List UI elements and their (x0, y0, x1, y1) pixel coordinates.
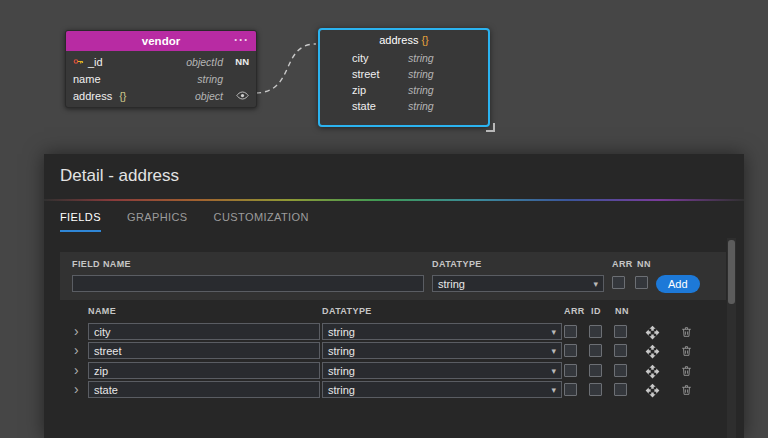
panel-scrollbar[interactable] (727, 238, 736, 438)
delete-row-icon[interactable] (678, 324, 694, 340)
tab-customization[interactable]: CUSTOMIZATION (214, 211, 309, 232)
id-column-header: ID (591, 306, 601, 316)
address-entity[interactable]: address{} city string street string zip … (318, 28, 490, 127)
chevron-down-icon: ▾ (551, 346, 556, 356)
scrollbar-thumb[interactable] (728, 240, 735, 304)
row-datatype-select[interactable]: string ▾ (322, 362, 562, 379)
address-entity-title[interactable]: address{} (320, 30, 488, 50)
table-row-state: › string ▾ (44, 381, 744, 399)
panel-title: Detail - address (60, 166, 179, 186)
address-field-street[interactable]: street string (320, 66, 488, 82)
datatype-select[interactable]: string ▾ (432, 275, 604, 292)
row-datatype-select[interactable]: string ▾ (322, 342, 562, 359)
nn-column-header: NN (615, 306, 629, 316)
row-name-input[interactable] (88, 342, 320, 359)
field-name-input[interactable] (72, 275, 424, 292)
expand-chevron-icon[interactable]: › (74, 362, 79, 379)
row-datatype-select[interactable]: string ▾ (322, 323, 562, 340)
row-datatype-value: string (328, 326, 355, 338)
chevron-down-icon: ▾ (551, 366, 556, 376)
field-nn-flag: NN (223, 56, 249, 67)
add-field-button[interactable]: Add (656, 275, 700, 293)
arr-checkbox[interactable] (612, 276, 625, 289)
expand-chevron-icon[interactable]: › (74, 342, 79, 359)
field-type: string (408, 68, 478, 80)
field-name: _id (88, 56, 103, 68)
row-arr-checkbox[interactable] (564, 325, 577, 338)
move-row-icon[interactable] (644, 324, 660, 340)
vendor-entity-header[interactable]: vendor ··· (66, 31, 256, 51)
expand-chevron-icon[interactable]: › (74, 381, 79, 398)
vendor-field-id[interactable]: _id objectId NN (66, 53, 256, 70)
row-id-checkbox[interactable] (589, 383, 602, 396)
table-row-street: › string ▾ (44, 342, 744, 360)
field-name: address (73, 90, 112, 102)
delete-row-icon[interactable] (678, 343, 694, 359)
vendor-entity-body: _id objectId NN name string address{} ob… (66, 51, 256, 107)
delete-row-icon[interactable] (678, 382, 694, 398)
rainbow-divider (44, 199, 744, 201)
visibility-eye-icon[interactable] (236, 89, 249, 102)
tab-graphics[interactable]: GRAPHICS (127, 211, 188, 232)
row-datatype-value: string (328, 345, 355, 357)
object-brace: {} (421, 34, 428, 46)
table-row-city: › string ▾ (44, 323, 744, 341)
field-name: street (352, 68, 408, 80)
field-type: string (408, 84, 478, 96)
row-datatype-select[interactable]: string ▾ (322, 381, 562, 398)
field-type: string (408, 52, 478, 64)
address-field-zip[interactable]: zip string (320, 82, 488, 98)
name-column-header: NAME (88, 306, 116, 316)
vendor-entity-title: vendor (142, 35, 180, 47)
address-field-state[interactable]: state string (320, 98, 488, 114)
field-name: zip (352, 84, 408, 96)
row-nn-checkbox[interactable] (614, 325, 627, 338)
vendor-field-address[interactable]: address{} object (66, 87, 256, 104)
move-row-icon[interactable] (644, 382, 660, 398)
move-row-icon[interactable] (644, 343, 660, 359)
address-field-city[interactable]: city string (320, 50, 488, 66)
row-name-input[interactable] (88, 362, 320, 379)
arr-column-header: ARR (564, 306, 585, 316)
row-id-checkbox[interactable] (589, 364, 602, 377)
object-brace: {} (119, 90, 126, 102)
row-nn-checkbox[interactable] (614, 344, 627, 357)
row-datatype-value: string (328, 365, 355, 377)
app-root: vendor ··· _id objectId NN name string a… (0, 0, 768, 438)
key-icon (73, 56, 84, 67)
field-type: object (169, 90, 223, 102)
row-nn-checkbox[interactable] (614, 383, 627, 396)
tab-fields[interactable]: FIELDS (60, 211, 101, 232)
expand-chevron-icon[interactable]: › (74, 323, 79, 340)
field-type: string (408, 100, 478, 112)
field-name: name (73, 73, 101, 85)
vendor-field-name[interactable]: name string (66, 70, 256, 87)
nn-checkbox[interactable] (635, 276, 648, 289)
chevron-down-icon: ▾ (593, 279, 598, 289)
address-title-text: address (379, 34, 418, 46)
row-arr-checkbox[interactable] (564, 364, 577, 377)
field-type: objectId (169, 56, 223, 68)
row-id-checkbox[interactable] (589, 344, 602, 357)
resize-handle[interactable] (486, 123, 495, 132)
row-arr-checkbox[interactable] (564, 344, 577, 357)
field-type: string (169, 73, 223, 85)
delete-row-icon[interactable] (678, 363, 694, 379)
row-datatype-value: string (328, 384, 355, 396)
move-row-icon[interactable] (644, 363, 660, 379)
datatype-column-header: DATATYPE (322, 306, 372, 316)
datatype-select-value: string (438, 278, 465, 290)
entity-menu-icon[interactable]: ··· (234, 30, 249, 50)
row-arr-checkbox[interactable] (564, 383, 577, 396)
row-nn-checkbox[interactable] (614, 364, 627, 377)
row-name-input[interactable] (88, 381, 320, 398)
field-name-label: FIELD NAME (72, 259, 131, 269)
row-name-input[interactable] (88, 323, 320, 340)
vendor-entity[interactable]: vendor ··· _id objectId NN name string a… (65, 30, 257, 108)
detail-panel: Detail - address FIELDS GRAPHICS CUSTOMI… (44, 154, 744, 438)
add-field-form: FIELD NAME DATATYPE ARR NN string ▾ Add (60, 252, 726, 300)
row-id-checkbox[interactable] (589, 325, 602, 338)
arr-label: ARR (612, 259, 633, 269)
nn-label: NN (637, 259, 651, 269)
field-name: state (352, 100, 408, 112)
